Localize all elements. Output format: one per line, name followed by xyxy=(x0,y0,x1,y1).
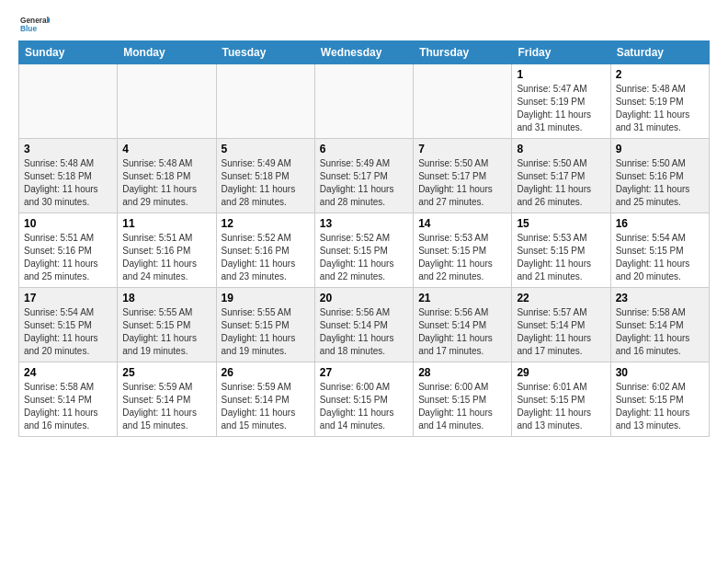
calendar-cell: 7Sunrise: 5:50 AM Sunset: 5:17 PM Daylig… xyxy=(414,139,512,213)
day-number: 30 xyxy=(616,366,704,379)
calendar-cell: 26Sunrise: 5:59 AM Sunset: 5:14 PM Dayli… xyxy=(216,362,314,437)
day-number: 19 xyxy=(222,292,310,304)
day-info: Sunrise: 5:55 AM Sunset: 5:15 PM Dayligh… xyxy=(222,306,310,358)
day-number: 11 xyxy=(122,217,210,230)
page-header: General Blue xyxy=(18,15,710,33)
calendar-week-row: 1Sunrise: 5:47 AM Sunset: 5:19 PM Daylig… xyxy=(19,64,710,139)
calendar-cell: 17Sunrise: 5:54 AM Sunset: 5:15 PM Dayli… xyxy=(19,288,118,362)
calendar-cell: 28Sunrise: 6:00 AM Sunset: 5:15 PM Dayli… xyxy=(414,362,512,437)
day-info: Sunrise: 5:52 AM Sunset: 5:15 PM Dayligh… xyxy=(320,232,408,283)
weekday-header: Wednesday xyxy=(314,41,413,64)
calendar-cell: 4Sunrise: 5:48 AM Sunset: 5:18 PM Daylig… xyxy=(118,139,216,213)
calendar-cell: 15Sunrise: 5:53 AM Sunset: 5:15 PM Dayli… xyxy=(512,213,610,288)
day-number: 16 xyxy=(616,217,704,230)
day-info: Sunrise: 5:58 AM Sunset: 5:14 PM Dayligh… xyxy=(24,381,112,432)
calendar-cell xyxy=(118,64,216,139)
calendar-cell: 19Sunrise: 5:55 AM Sunset: 5:15 PM Dayli… xyxy=(216,288,314,362)
day-number: 17 xyxy=(24,292,112,304)
day-info: Sunrise: 5:55 AM Sunset: 5:15 PM Dayligh… xyxy=(122,306,210,358)
day-info: Sunrise: 5:53 AM Sunset: 5:15 PM Dayligh… xyxy=(418,232,506,283)
calendar-cell: 12Sunrise: 5:52 AM Sunset: 5:16 PM Dayli… xyxy=(216,213,314,288)
day-number: 12 xyxy=(222,217,310,230)
day-info: Sunrise: 5:47 AM Sunset: 5:19 PM Dayligh… xyxy=(517,83,605,134)
weekday-header: Sunday xyxy=(19,41,118,64)
day-info: Sunrise: 5:54 AM Sunset: 5:15 PM Dayligh… xyxy=(616,232,704,283)
day-info: Sunrise: 5:51 AM Sunset: 5:16 PM Dayligh… xyxy=(122,232,210,283)
weekday-header: Thursday xyxy=(414,41,512,64)
day-number: 10 xyxy=(24,217,112,230)
day-number: 7 xyxy=(418,143,506,155)
svg-text:Blue: Blue xyxy=(20,24,37,33)
day-number: 28 xyxy=(418,366,506,379)
day-info: Sunrise: 5:48 AM Sunset: 5:18 PM Dayligh… xyxy=(122,157,210,209)
day-info: Sunrise: 5:50 AM Sunset: 5:16 PM Dayligh… xyxy=(616,157,704,209)
calendar-cell: 21Sunrise: 5:56 AM Sunset: 5:14 PM Dayli… xyxy=(414,288,512,362)
calendar-cell: 5Sunrise: 5:49 AM Sunset: 5:18 PM Daylig… xyxy=(216,139,314,213)
calendar-week-row: 10Sunrise: 5:51 AM Sunset: 5:16 PM Dayli… xyxy=(19,213,710,288)
day-number: 22 xyxy=(517,292,605,304)
day-number: 9 xyxy=(616,143,704,155)
calendar-cell: 2Sunrise: 5:48 AM Sunset: 5:19 PM Daylig… xyxy=(610,64,709,139)
day-info: Sunrise: 6:01 AM Sunset: 5:15 PM Dayligh… xyxy=(517,381,605,432)
calendar-week-row: 17Sunrise: 5:54 AM Sunset: 5:15 PM Dayli… xyxy=(19,288,710,362)
calendar-cell xyxy=(314,64,413,139)
day-info: Sunrise: 5:59 AM Sunset: 5:14 PM Dayligh… xyxy=(122,381,210,432)
day-info: Sunrise: 5:52 AM Sunset: 5:16 PM Dayligh… xyxy=(222,232,310,283)
day-info: Sunrise: 5:49 AM Sunset: 5:18 PM Dayligh… xyxy=(222,157,310,209)
day-number: 8 xyxy=(517,143,605,155)
calendar-cell: 27Sunrise: 6:00 AM Sunset: 5:15 PM Dayli… xyxy=(314,362,413,437)
day-number: 27 xyxy=(320,366,408,379)
day-info: Sunrise: 6:02 AM Sunset: 5:15 PM Dayligh… xyxy=(616,381,704,432)
day-number: 18 xyxy=(122,292,210,304)
logo: General Blue xyxy=(18,15,50,33)
day-info: Sunrise: 5:48 AM Sunset: 5:18 PM Dayligh… xyxy=(24,157,112,209)
calendar-cell: 16Sunrise: 5:54 AM Sunset: 5:15 PM Dayli… xyxy=(610,213,709,288)
weekday-header: Saturday xyxy=(610,41,709,64)
calendar-cell xyxy=(19,64,118,139)
calendar-cell: 22Sunrise: 5:57 AM Sunset: 5:14 PM Dayli… xyxy=(512,288,610,362)
day-number: 29 xyxy=(517,366,605,379)
day-number: 5 xyxy=(222,143,310,155)
day-number: 25 xyxy=(122,366,210,379)
day-info: Sunrise: 5:59 AM Sunset: 5:14 PM Dayligh… xyxy=(222,381,310,432)
calendar-cell: 20Sunrise: 5:56 AM Sunset: 5:14 PM Dayli… xyxy=(314,288,413,362)
calendar-cell xyxy=(216,64,314,139)
calendar-cell: 1Sunrise: 5:47 AM Sunset: 5:19 PM Daylig… xyxy=(512,64,610,139)
day-number: 23 xyxy=(616,292,704,304)
day-info: Sunrise: 6:00 AM Sunset: 5:15 PM Dayligh… xyxy=(418,381,506,432)
day-info: Sunrise: 5:51 AM Sunset: 5:16 PM Dayligh… xyxy=(24,232,112,283)
day-info: Sunrise: 5:58 AM Sunset: 5:14 PM Dayligh… xyxy=(616,306,704,358)
calendar-cell: 25Sunrise: 5:59 AM Sunset: 5:14 PM Dayli… xyxy=(118,362,216,437)
calendar-cell: 3Sunrise: 5:48 AM Sunset: 5:18 PM Daylig… xyxy=(19,139,118,213)
day-info: Sunrise: 5:53 AM Sunset: 5:15 PM Dayligh… xyxy=(517,232,605,283)
calendar-cell xyxy=(414,64,512,139)
day-number: 20 xyxy=(320,292,408,304)
calendar-week-row: 3Sunrise: 5:48 AM Sunset: 5:18 PM Daylig… xyxy=(19,139,710,213)
calendar-cell: 23Sunrise: 5:58 AM Sunset: 5:14 PM Dayli… xyxy=(610,288,709,362)
day-number: 14 xyxy=(418,217,506,230)
day-number: 21 xyxy=(418,292,506,304)
day-info: Sunrise: 5:56 AM Sunset: 5:14 PM Dayligh… xyxy=(418,306,506,358)
weekday-header: Monday xyxy=(118,41,216,64)
calendar-cell: 6Sunrise: 5:49 AM Sunset: 5:17 PM Daylig… xyxy=(314,139,413,213)
calendar-cell: 13Sunrise: 5:52 AM Sunset: 5:15 PM Dayli… xyxy=(314,213,413,288)
day-number: 13 xyxy=(320,217,408,230)
day-info: Sunrise: 5:48 AM Sunset: 5:19 PM Dayligh… xyxy=(616,83,704,134)
day-info: Sunrise: 5:50 AM Sunset: 5:17 PM Dayligh… xyxy=(517,157,605,209)
day-number: 3 xyxy=(24,143,112,155)
calendar-cell: 14Sunrise: 5:53 AM Sunset: 5:15 PM Dayli… xyxy=(414,213,512,288)
day-info: Sunrise: 5:56 AM Sunset: 5:14 PM Dayligh… xyxy=(320,306,408,358)
calendar-cell: 8Sunrise: 5:50 AM Sunset: 5:17 PM Daylig… xyxy=(512,139,610,213)
day-number: 4 xyxy=(122,143,210,155)
day-number: 24 xyxy=(24,366,112,379)
day-info: Sunrise: 6:00 AM Sunset: 5:15 PM Dayligh… xyxy=(320,381,408,432)
weekday-header: Friday xyxy=(512,41,610,64)
logo-icon: General Blue xyxy=(20,15,50,33)
calendar-header-row: SundayMondayTuesdayWednesdayThursdayFrid… xyxy=(19,41,710,64)
calendar-week-row: 24Sunrise: 5:58 AM Sunset: 5:14 PM Dayli… xyxy=(19,362,710,437)
day-info: Sunrise: 5:49 AM Sunset: 5:17 PM Dayligh… xyxy=(320,157,408,209)
calendar-cell: 30Sunrise: 6:02 AM Sunset: 5:15 PM Dayli… xyxy=(610,362,709,437)
day-number: 2 xyxy=(616,68,704,81)
calendar-cell: 24Sunrise: 5:58 AM Sunset: 5:14 PM Dayli… xyxy=(19,362,118,437)
day-number: 26 xyxy=(222,366,310,379)
